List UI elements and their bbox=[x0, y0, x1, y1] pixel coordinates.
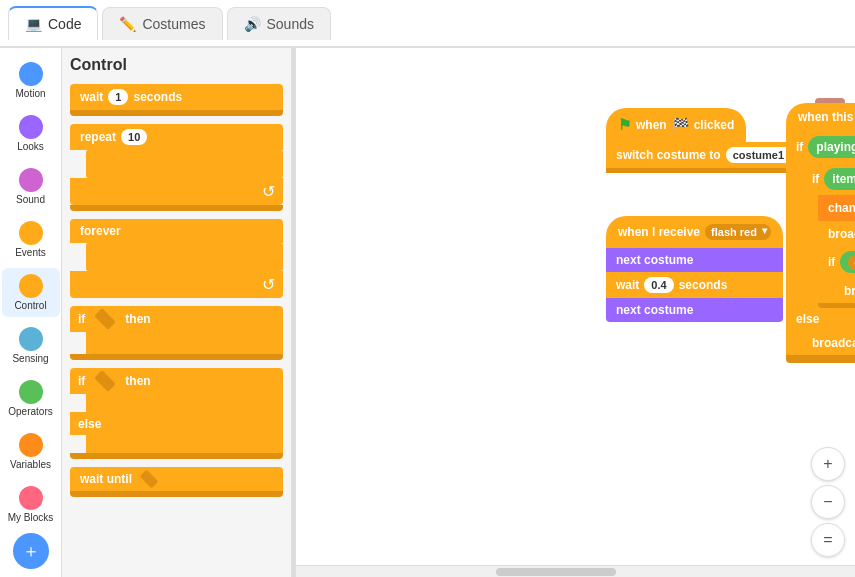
wait-seconds-block[interactable]: wait 1 seconds bbox=[70, 84, 283, 116]
zoom-in-icon: + bbox=[823, 455, 832, 473]
looks-dot bbox=[19, 115, 43, 139]
main-area: Motion Looks Sound Events Control Sensin… bbox=[0, 48, 855, 577]
workspace-canvas: ⚑ when 🏁 clicked switch costume to costu… bbox=[296, 48, 855, 577]
motion-dot bbox=[19, 62, 43, 86]
variables-dot bbox=[19, 433, 43, 457]
costumes-icon: ✏️ bbox=[119, 16, 136, 32]
zoom-in-button[interactable]: + bbox=[811, 447, 845, 481]
category-sidebar: Motion Looks Sound Events Control Sensin… bbox=[0, 48, 62, 577]
inner-if-body: change current by 1 broadcast flash red bbox=[802, 195, 855, 308]
hat-when-sprite-clicked: when this sprite clicked bbox=[786, 103, 855, 131]
next-costume-block: next costume bbox=[606, 248, 783, 272]
sounds-icon: 🔊 bbox=[244, 16, 261, 32]
blocks-panel: Control wait 1 seconds repeat 10 ↺ bbox=[62, 48, 292, 577]
forever-block[interactable]: forever ↺ bbox=[70, 219, 283, 298]
receive-dropdown[interactable]: flash red bbox=[705, 224, 771, 240]
zoom-reset-button[interactable]: = bbox=[811, 523, 845, 557]
myblocks-dot bbox=[19, 486, 43, 510]
hat-when-receive: when I receive flash red bbox=[606, 216, 783, 248]
tab-code[interactable]: 💻 Code bbox=[8, 6, 98, 40]
script-when-receive: when I receive flash red next costume wa… bbox=[606, 216, 783, 322]
else-body: broadcast game over bbox=[786, 330, 855, 355]
wait-block: wait 0.4 seconds bbox=[606, 272, 783, 298]
tab-sounds[interactable]: 🔊 Sounds bbox=[227, 7, 331, 40]
if-playing-sequence-block: if playing sequence = false then bbox=[786, 131, 855, 163]
change-current-block: change current by 1 bbox=[818, 195, 855, 221]
script-flag-clicked: ⚑ when 🏁 clicked switch costume to costu… bbox=[606, 108, 812, 173]
if-item-sequence-block: if item current of Sequence = Red then bbox=[802, 163, 855, 195]
broadcast-add-block: broadcast add bbox=[834, 278, 855, 303]
else-label: else bbox=[786, 308, 855, 330]
operators-dot bbox=[19, 380, 43, 404]
if-else-block[interactable]: if then else bbox=[70, 368, 283, 459]
if-body-outer: if item current of Sequence = Red then bbox=[786, 163, 855, 308]
tab-costumes[interactable]: ✏️ Costumes bbox=[102, 7, 222, 40]
zoom-out-icon: − bbox=[823, 493, 832, 511]
switch-costume-block: switch costume to costume1 bbox=[606, 142, 812, 168]
sidebar-item-events[interactable]: Events bbox=[2, 215, 60, 264]
tab-bar: 💻 Code ✏️ Costumes 🔊 Sounds bbox=[0, 0, 855, 48]
workspace-scrollbar[interactable] bbox=[296, 565, 855, 577]
repeat-block[interactable]: repeat 10 ↺ bbox=[70, 124, 283, 211]
next-costume-block-2: next costume bbox=[606, 298, 783, 322]
events-dot bbox=[19, 221, 43, 245]
sidebar-item-looks[interactable]: Looks bbox=[2, 109, 60, 158]
wait-until-block[interactable]: wait until bbox=[70, 467, 283, 497]
sidebar-item-myblocks[interactable]: My Blocks bbox=[2, 480, 60, 529]
sensing-dot bbox=[19, 327, 43, 351]
block-connector bbox=[606, 168, 812, 173]
playing-sequence-condition: playing sequence = false bbox=[808, 136, 855, 158]
sound-dot bbox=[19, 168, 43, 192]
sidebar-item-control[interactable]: Control bbox=[2, 268, 60, 317]
code-icon: 💻 bbox=[25, 16, 42, 32]
hat-when-flag-clicked: ⚑ when 🏁 clicked bbox=[606, 108, 746, 142]
length-if-body: broadcast add bbox=[818, 278, 855, 303]
flag-icon: ⚑ bbox=[618, 116, 631, 134]
sidebar-item-sensing[interactable]: Sensing bbox=[2, 321, 60, 370]
zoom-controls: + − = bbox=[811, 447, 845, 557]
current-dropdown-length[interactable]: current bbox=[848, 255, 855, 270]
broadcast-flash-red-block: broadcast flash red bbox=[818, 221, 855, 246]
zoom-reset-icon: = bbox=[823, 531, 832, 549]
sidebar-item-motion[interactable]: Motion bbox=[2, 56, 60, 105]
control-dot bbox=[19, 274, 43, 298]
item-current-condition: item current of Sequence bbox=[824, 168, 855, 190]
current-gt-length-condition: current > length of Sequence bbox=[840, 251, 855, 273]
sidebar-item-variables[interactable]: Variables bbox=[2, 427, 60, 476]
if-current-length-block: if current > length of Sequence then bbox=[818, 246, 855, 278]
workspace[interactable]: ⚑ when 🏁 clicked switch costume to costu… bbox=[296, 48, 855, 577]
scrollbar-thumb[interactable] bbox=[496, 568, 616, 576]
sidebar-item-sound[interactable]: Sound bbox=[2, 162, 60, 211]
blocks-panel-title: Control bbox=[70, 56, 283, 74]
sidebar-item-operators[interactable]: Operators bbox=[2, 374, 60, 423]
add-extension-button[interactable]: ＋ bbox=[13, 533, 49, 569]
broadcast-game-over-block: broadcast game over bbox=[802, 330, 855, 355]
zoom-out-button[interactable]: − bbox=[811, 485, 845, 519]
if-then-block[interactable]: if then bbox=[70, 306, 283, 360]
script-sprite-clicked: when this sprite clicked if playing sequ… bbox=[786, 103, 855, 363]
